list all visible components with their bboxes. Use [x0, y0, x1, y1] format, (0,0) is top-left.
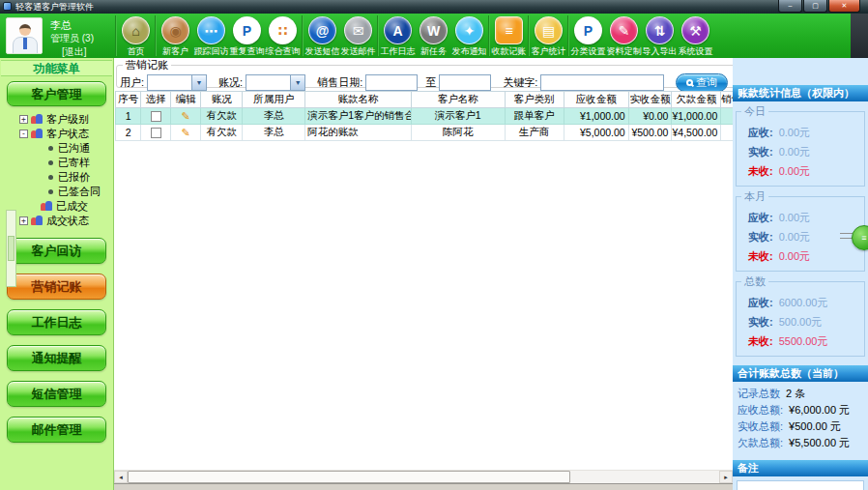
home-icon: ⌂ [122, 16, 150, 44]
chevron-down-icon[interactable]: ▼ [290, 75, 304, 90]
stats-row: 应收:0.00元 [737, 123, 864, 142]
toolbar-button-category-settings[interactable]: P分类设置 [570, 14, 606, 58]
search-button[interactable]: 查询 [676, 73, 728, 92]
expander-icon[interactable]: + [19, 115, 28, 124]
summary-row-value: ¥6,000.00 元 [789, 404, 850, 416]
scroll-right-icon[interactable]: ▸ [719, 471, 733, 483]
toolbar-button-send-sms[interactable]: @发送短信 [304, 14, 340, 58]
column-header: 账况 [201, 92, 243, 108]
toolbar-button-system-settings[interactable]: ⚒系统设置 [678, 14, 713, 58]
cell-status: 有欠款 [201, 125, 243, 141]
status-select[interactable]: ▼ [246, 74, 305, 91]
edit-icon[interactable]: ✎ [182, 110, 190, 122]
close-icon[interactable]: ✕ [828, 0, 860, 13]
stats-row-label: 应收: [748, 212, 773, 223]
tree-item-deal-status[interactable]: +成交状态 [17, 214, 111, 228]
minimize-icon[interactable]: – [778, 0, 802, 13]
toolbar-button-label: 重复查询 [229, 45, 265, 58]
cell-account: 阿花的账款 [305, 125, 412, 141]
stats-group-legend: 总数 [741, 274, 768, 289]
cell-edit: ✎ [170, 108, 201, 125]
window-title: 轻客通客户管理软件 [15, 0, 94, 14]
toolbar-button-work-log[interactable]: A工作日志 [380, 14, 416, 58]
sidebar-button-marketing-ledger[interactable]: 营销记账 [7, 274, 106, 300]
tree-scrollbar[interactable] [6, 210, 16, 287]
stats-row-label: 未收: [748, 335, 773, 347]
tree-item-sample-sent[interactable]: 已寄样 [17, 156, 111, 170]
sidebar-button-work-log[interactable]: 工作日志 [7, 309, 106, 335]
window-controls: – ▢ ✕ [777, 0, 860, 13]
filter-legend: 营销记账 [123, 58, 171, 72]
summary-row-label: 应收总额: [738, 404, 783, 416]
toolbar-button-advanced-query[interactable]: ∷综合查询 [265, 14, 301, 58]
tree-item-customer-status[interactable]: -客户状态 [17, 127, 111, 141]
table-header-row: 序号选择编辑账况所属用户账款名称客户名称客户类别应收金额实收金额欠款金额销售日期 [116, 92, 734, 108]
stats-group-legend: 今日 [741, 104, 768, 119]
toolbar-button-duplicate-query[interactable]: P重复查询 [229, 14, 265, 58]
duplicate-query-icon: P [233, 16, 261, 44]
row-checkbox[interactable] [151, 128, 161, 138]
toolbar-button-home[interactable]: ⌂首页 [118, 14, 154, 58]
stats-row: 实收:0.00元 [737, 142, 864, 161]
tree-scrollbar-thumb[interactable] [8, 236, 14, 261]
toolbar-button-payment-records[interactable]: ≡收款记账 [491, 14, 527, 58]
table-row[interactable]: 1✎有欠款李总演示客户1客户的销售合同XS150…演示客户1跟单客户¥1,000… [116, 108, 734, 125]
stats-row-value: 6000.00元 [779, 297, 828, 308]
tree-item-deal-done[interactable]: 已成交 [17, 199, 111, 214]
sidebar-button-sms-management[interactable]: 短信管理 [7, 381, 106, 407]
cell-no: 2 [116, 125, 141, 141]
date-to-input[interactable] [439, 74, 491, 91]
toolbar-button-customer-stats[interactable]: ▤客户统计 [531, 14, 566, 58]
toolbar-button-new-task[interactable]: W新任务 [416, 14, 451, 58]
scroll-left-icon[interactable]: ◂ [114, 471, 128, 483]
toolbar-button-new-customer[interactable]: ◉新客户 [158, 14, 193, 58]
toolbar-separator [567, 15, 569, 56]
stats-row-label: 实收: [748, 146, 773, 158]
note-box[interactable] [737, 480, 864, 490]
row-checkbox[interactable] [151, 111, 161, 122]
toolbar-button-import-export[interactable]: ⇅导入导出 [642, 14, 678, 58]
toolbar-button-label: 系统设置 [678, 45, 713, 58]
horizontal-scrollbar[interactable]: ◂ ▸ [114, 470, 733, 483]
cell-owner: 李总 [243, 108, 305, 125]
scrollbar-thumb[interactable] [128, 471, 570, 483]
summary-row-received-total: 实收总额:¥500.00 元 [733, 418, 868, 435]
sidebar-button-customer-management[interactable]: 客户管理 [7, 81, 106, 106]
tree-item-customer-level[interactable]: +客户级别 [17, 112, 111, 127]
toolbar-separator [488, 15, 490, 56]
toolbar-button-data-customization[interactable]: ✎资料定制 [606, 14, 642, 58]
maximize-icon[interactable]: ▢ [803, 0, 827, 13]
toolbar-button-send-email[interactable]: ✉发送邮件 [340, 14, 376, 58]
date-from-input[interactable] [365, 74, 418, 91]
sidebar-button-email-management[interactable]: 邮件管理 [7, 417, 106, 443]
status-filter-label: 账况: [218, 75, 243, 90]
chevron-down-icon[interactable]: ▼ [191, 75, 206, 90]
column-header: 所属用户 [243, 92, 305, 108]
cell-receivable: ¥5,000.00 [564, 125, 628, 141]
tree-item-quoted[interactable]: 已报价 [17, 170, 111, 185]
toolbar-button-label: 新客户 [158, 45, 193, 58]
search-button-label: 查询 [696, 75, 717, 90]
logout-link[interactable]: [退出] [62, 45, 87, 59]
splitter-lines [840, 233, 853, 234]
work-log-icon: A [384, 16, 412, 44]
tree-item-communicated[interactable]: 已沟通 [17, 141, 111, 156]
expander-icon[interactable]: - [19, 130, 28, 138]
tree-item-contract-signed[interactable]: 已签合同 [17, 185, 111, 199]
sidebar-button-customer-visit[interactable]: 客户回访 [7, 238, 106, 264]
cell-sel [141, 108, 171, 125]
stats-row-value: 0.00元 [779, 146, 810, 158]
toolbar-button-follow-up-visit[interactable]: ⋯跟踪回访 [193, 14, 229, 58]
edit-icon[interactable]: ✎ [182, 127, 190, 138]
keyword-input[interactable] [540, 74, 664, 91]
expander-icon[interactable]: + [19, 216, 28, 225]
toolbar-button-publish-notice[interactable]: ✦发布通知 [451, 14, 487, 58]
user-select[interactable]: ▼ [147, 74, 207, 91]
stats-row-label: 应收: [748, 297, 773, 308]
table-row[interactable]: 2✎有欠款李总阿花的账款陈阿花生产商¥5,000.00¥500.00¥4,500… [116, 125, 734, 141]
title-bar: 轻客通客户管理软件 – ▢ ✕ [0, 0, 868, 14]
cell-category: 跟单客户 [505, 108, 564, 125]
cell-received: ¥0.00 [628, 108, 672, 125]
toolbar-button-label: 资料定制 [606, 45, 642, 58]
sidebar-button-notice-reminder[interactable]: 通知提醒 [7, 345, 106, 371]
